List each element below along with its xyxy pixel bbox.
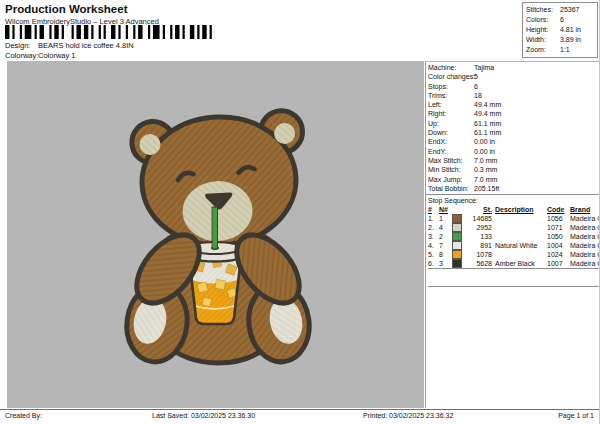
thread-color-swatch bbox=[452, 259, 462, 268]
cell-stitches: 14685 bbox=[466, 215, 495, 223]
stop-sequence-section: Stop Sequence: # N# St. Description Code… bbox=[426, 194, 599, 287]
cell-stitches: 891 bbox=[466, 242, 495, 250]
cell-brand: Madeira Classic 40 bbox=[570, 251, 600, 259]
summary-row: Colors:6 bbox=[526, 15, 597, 25]
cell-code: 1024 bbox=[547, 251, 570, 259]
machine-row: Total Bobbin:205.15ft bbox=[428, 184, 599, 193]
machine-row: Stops:6 bbox=[428, 82, 599, 91]
machine-label: Machine: bbox=[428, 63, 474, 72]
colorway-label: Colorway: bbox=[5, 51, 38, 60]
machine-row: Color changes:5 bbox=[428, 72, 599, 81]
thread-color-swatch bbox=[452, 223, 462, 232]
summary-row: Width:3.89 in bbox=[526, 35, 597, 45]
colorway-row: Colorway:Colorway 1 bbox=[5, 51, 76, 60]
stop-sequence-footer-space bbox=[428, 269, 599, 287]
machine-label: Right: bbox=[428, 109, 474, 118]
machine-row: Down:61.1 mm bbox=[428, 128, 599, 137]
colorway-name: Colorway 1 bbox=[38, 51, 76, 60]
design-row: Design:BEARS hold ice coffee 4.8IN bbox=[5, 41, 134, 50]
machine-value: Tajima bbox=[474, 64, 494, 71]
bear bbox=[122, 110, 314, 366]
cell-stitches: 2952 bbox=[466, 224, 495, 232]
col-needle: N# bbox=[439, 205, 452, 214]
cell-description: Amber Black bbox=[495, 260, 547, 268]
machine-value: 7.0 mm bbox=[474, 157, 497, 164]
cell-needle: 3 bbox=[439, 260, 452, 268]
machine-label: Trims: bbox=[428, 91, 474, 100]
stop-sequence-row: 2. 4 2952 1071 Madeira Classic 40 bbox=[428, 223, 599, 232]
cell-needle: 7 bbox=[439, 242, 452, 250]
cell-brand: Madeira Classic 40 bbox=[570, 224, 600, 232]
cell-code: 1071 bbox=[547, 224, 570, 232]
machine-label: EndY: bbox=[428, 147, 474, 156]
machine-label: Min Stitch: bbox=[428, 165, 474, 174]
machine-label: Left: bbox=[428, 100, 474, 109]
cell-brand: Madeira Classic 40 bbox=[570, 260, 600, 268]
bear-design-preview bbox=[7, 61, 424, 408]
summary-value: 3.89 in bbox=[560, 36, 581, 43]
cell-needle: 8 bbox=[439, 251, 452, 259]
cell-code: 1004 bbox=[547, 242, 570, 250]
summary-label: Zoom: bbox=[526, 45, 560, 55]
design-name: BEARS hold ice coffee 4.8IN bbox=[38, 41, 134, 50]
machine-value: 61.1 mm bbox=[474, 120, 501, 127]
col-code: Code bbox=[547, 205, 570, 214]
info-panel: Machine:Tajima Color changes:5 Stops:6 T… bbox=[425, 61, 599, 408]
machine-label: Total Bobbin: bbox=[428, 184, 474, 193]
stop-sequence-row: 3. 2 133 1050 Madeira Classic 40 bbox=[428, 232, 599, 241]
page-footer: Created By: Last Saved: 03/02/2025 23.36… bbox=[0, 409, 600, 424]
machine-value: 49.4 mm bbox=[474, 101, 501, 108]
design-label: Design: bbox=[5, 41, 38, 50]
page-number-label: Page 1 of 1 bbox=[558, 412, 594, 419]
machine-value: 6 bbox=[474, 83, 478, 90]
stop-sequence-row: 5. 8 1078 1024 Madeira Classic 40 bbox=[428, 250, 599, 259]
stop-sequence-row: 6. 3 5628 Amber Black 1007 Madeira Class… bbox=[428, 259, 599, 268]
design-summary-box: Stitches:25367 Colors:6 Height:4.81 in W… bbox=[522, 2, 598, 58]
machine-label: Max Stitch: bbox=[428, 156, 474, 165]
col-seq: # bbox=[428, 205, 439, 214]
printed-label: Printed: 03/02/2025 23.36.32 bbox=[363, 412, 453, 419]
design-canvas bbox=[7, 61, 424, 408]
machine-label: Down: bbox=[428, 128, 474, 137]
summary-label: Width: bbox=[526, 35, 560, 45]
machine-row: Trims:18 bbox=[428, 91, 599, 100]
cell-stitches: 5628 bbox=[466, 260, 495, 268]
machine-row: Min Stitch:0.3 mm bbox=[428, 165, 599, 174]
barcode-icon bbox=[5, 25, 217, 39]
cell-seq: 3. bbox=[428, 233, 439, 241]
cell-brand: Madeira Classic 40 bbox=[570, 242, 600, 250]
last-saved-label: Last Saved: 03/02/2025 23.36.30 bbox=[152, 412, 255, 419]
col-description: Description bbox=[495, 205, 547, 214]
machine-value: 0.3 mm bbox=[474, 166, 497, 173]
cell-description: Natural White bbox=[495, 242, 547, 250]
machine-row: Up:61.1 mm bbox=[428, 119, 599, 128]
cell-seq: 4. bbox=[428, 242, 439, 250]
summary-row: Height:4.81 in bbox=[526, 25, 597, 35]
stop-sequence-table: 1. 1 14685 1056 Madeira Classic 40 2. 4 … bbox=[428, 214, 599, 269]
thread-color-swatch bbox=[452, 232, 462, 241]
machine-row: Left:49.4 mm bbox=[428, 100, 599, 109]
machine-label: Color changes: bbox=[428, 72, 474, 81]
machine-value: 7.0 mm bbox=[474, 176, 497, 183]
machine-value: 0.00 in bbox=[474, 138, 495, 145]
summary-value: 4.81 in bbox=[560, 26, 581, 33]
cell-seq: 2. bbox=[428, 224, 439, 232]
cell-seq: 5. bbox=[428, 251, 439, 259]
machine-row: Max Jump:7.0 mm bbox=[428, 175, 599, 184]
production-worksheet-page: Production Worksheet Wilcom EmbroiderySt… bbox=[0, 0, 600, 424]
summary-row: Stitches:25367 bbox=[526, 5, 597, 15]
summary-label: Height: bbox=[526, 25, 560, 35]
machine-label: EndX: bbox=[428, 137, 474, 146]
stop-sequence-row: 1. 1 14685 1056 Madeira Classic 40 bbox=[428, 214, 599, 223]
page-title: Production Worksheet bbox=[5, 3, 127, 15]
straw bbox=[213, 207, 218, 249]
thread-color-swatch bbox=[452, 250, 462, 259]
machine-row: Machine:Tajima bbox=[428, 63, 599, 72]
machine-row: Right:49.4 mm bbox=[428, 109, 599, 118]
summary-row: Zoom:1:1 bbox=[526, 45, 597, 55]
created-by-label: Created By: bbox=[5, 412, 42, 419]
machine-value: 61.1 mm bbox=[474, 129, 501, 136]
machine-value: 18 bbox=[474, 92, 482, 99]
machine-label: Stops: bbox=[428, 82, 474, 91]
col-stitches: St. bbox=[466, 205, 495, 214]
